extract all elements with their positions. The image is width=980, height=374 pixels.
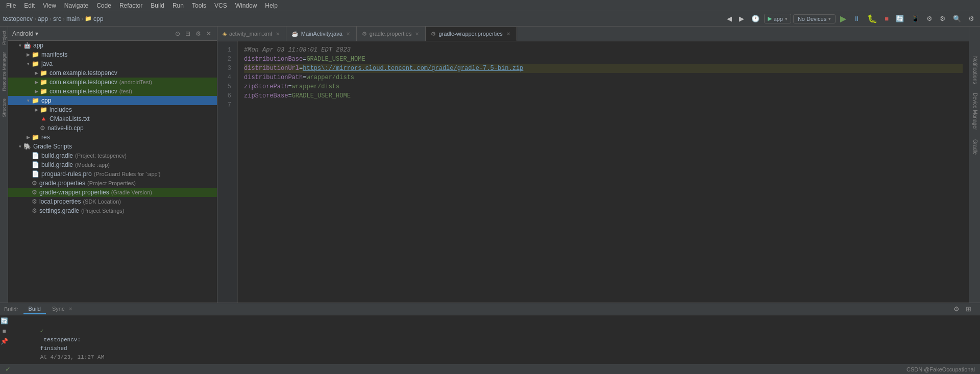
gear-btn[interactable]: ⚙	[966, 14, 977, 23]
right-tab-device-manager[interactable]: Device Manager	[970, 89, 979, 134]
settings-btn[interactable]: ⚙	[937, 14, 948, 23]
menu-tools[interactable]: Tools	[188, 1, 210, 10]
android-dropdown[interactable]: Android ▾	[12, 30, 38, 37]
breadcrumb-module[interactable]: app	[38, 15, 48, 22]
menu-refactor[interactable]: Refactor	[115, 1, 146, 10]
tree-settings-btn[interactable]: ⚙	[194, 30, 203, 38]
devices-dropdown[interactable]: No Devices ▾	[793, 14, 836, 23]
tab-mainactivity[interactable]: ☕ MainActivity.java ✕	[286, 27, 357, 41]
menu-edit[interactable]: Edit	[20, 1, 39, 10]
tree-collapse-btn[interactable]: ⊟	[184, 30, 192, 38]
breadcrumb-cpp[interactable]: cpp	[93, 15, 103, 22]
main-content: Project Resource Manager Structure Andro…	[0, 27, 980, 303]
tree-item-settings-gradle[interactable]: ▶ ⚙ settings.gradle (Project Settings)	[8, 206, 217, 215]
cpp-icon: ⚙	[40, 124, 45, 132]
breadcrumb-src[interactable]: src	[53, 15, 61, 22]
menu-build[interactable]: Build	[146, 1, 168, 10]
tree-item-package-androidtest[interactable]: ▶ 📁 com.example.testopencv (androidTest)	[8, 78, 217, 87]
right-tab-gradle[interactable]: Gradle	[970, 135, 979, 159]
gradle-sync-btn[interactable]: 🔄	[893, 14, 906, 23]
tab-close-activity-main[interactable]: ✕	[275, 31, 281, 37]
tree-item-java[interactable]: ▾ 📁 java	[8, 59, 217, 68]
tree-label-includes: includes	[50, 106, 72, 113]
tab-close-mainactivity[interactable]: ✕	[345, 31, 351, 37]
tree-item-manifests[interactable]: ▶ 📁 manifests	[8, 50, 217, 59]
profile-btn[interactable]: ⏸	[851, 14, 863, 23]
stop-build-btn[interactable]: ■	[2, 328, 6, 335]
tree-item-proguard[interactable]: ▶ 📄 proguard-rules.pro (ProGuard Rules f…	[8, 169, 217, 179]
status-ok-icon: ✓	[5, 365, 11, 373]
tab-activity-main[interactable]: ◈ activity_main.xml ✕	[217, 27, 286, 41]
menu-run[interactable]: Run	[168, 1, 188, 10]
menu-navigate[interactable]: Navigate	[60, 1, 92, 10]
props-icon-2: ⚙	[431, 31, 436, 37]
menu-vcs[interactable]: VCS	[210, 1, 231, 10]
tab-close-gradle-wrapper-properties[interactable]: ✕	[505, 31, 511, 37]
run-button[interactable]: ▶	[838, 13, 849, 24]
editor-content[interactable]: 1 2 3 4 5 6 7 #Mon Apr 03 11:08:01 EDT 2…	[217, 41, 969, 303]
tree-label-pkg-androidtest: com.example.testopencv	[50, 79, 117, 86]
bottom-tab-build[interactable]: Build	[23, 304, 46, 314]
tab-label-mainactivity: MainActivity.java	[301, 31, 342, 37]
search-everywhere-btn[interactable]: 🔍	[950, 14, 964, 23]
recent-files-btn[interactable]: 🕐	[749, 14, 762, 23]
menu-code[interactable]: Code	[92, 1, 115, 10]
tree-close-btn[interactable]: ✕	[205, 30, 213, 38]
menu-window[interactable]: Window	[231, 1, 261, 10]
bottom-settings-btn[interactable]: ⚙	[952, 305, 961, 313]
tree-item-package-test[interactable]: ▶ 📁 com.example.testopencv (test)	[8, 87, 217, 96]
code-line-7	[244, 101, 963, 110]
tree-item-cmakelists[interactable]: ▶ 🔺 CMakeLists.txt	[8, 114, 217, 123]
breadcrumb-project[interactable]: testopencv	[3, 15, 33, 22]
avd-btn[interactable]: 📱	[909, 14, 922, 23]
structure-tab[interactable]: Structure	[1, 96, 8, 119]
right-tab-notifications[interactable]: Notifications	[970, 52, 979, 88]
rebuild-btn[interactable]: 🔄	[1, 317, 8, 325]
check-icon: ✓	[40, 328, 44, 334]
resource-manager-tab[interactable]: Resource Manager	[1, 50, 8, 93]
project-tab[interactable]: Project	[1, 29, 8, 47]
tab-gradle-wrapper-properties[interactable]: ⚙ gradle-wrapper.properties ✕	[426, 27, 517, 41]
tab-gradle-properties[interactable]: ⚙ gradle.properties ✕	[357, 27, 426, 41]
tree-item-gradle-properties[interactable]: ▶ ⚙ gradle.properties (Project Propertie…	[8, 179, 217, 188]
tree-item-build-gradle-app[interactable]: ▶ 📄 build.gradle (Module :app)	[8, 160, 217, 169]
run-config-label: app	[774, 16, 783, 22]
tree-label-native-lib: native-lib.cpp	[47, 124, 84, 132]
tab-close-gradle-properties[interactable]: ✕	[414, 31, 420, 37]
tree-item-includes[interactable]: ▶ 📁 includes	[8, 105, 217, 114]
bottom-expand-btn[interactable]: ⊞	[964, 305, 973, 313]
tree-label-test-secondary: (test)	[119, 88, 132, 94]
folder-icon-cpp: 📁	[32, 97, 39, 104]
debug-button[interactable]: 🐛	[865, 13, 880, 24]
tree-label-proguard: proguard-rules.pro	[41, 170, 92, 178]
sdk-btn[interactable]: ⚙	[924, 14, 935, 23]
back-btn[interactable]: ◀	[724, 14, 734, 23]
tree-arrow-gradle-scripts: ▾	[16, 144, 23, 149]
tree-label-gradle-properties-secondary: (Project Properties)	[87, 180, 136, 186]
tree-item-package-main[interactable]: ▶ 📁 com.example.testopencv	[8, 68, 217, 78]
run-config-dropdown[interactable]: ▶ app ▾	[764, 14, 791, 23]
code-area[interactable]: #Mon Apr 03 11:08:01 EDT 2023 distributi…	[238, 41, 969, 303]
bottom-tab-group: Build: Build Sync ✕	[4, 304, 78, 314]
pin-btn[interactable]: 📌	[1, 338, 8, 345]
menu-help[interactable]: Help	[261, 1, 282, 10]
gradle-project-icon: 📄	[32, 152, 39, 159]
tree-item-native-lib[interactable]: ▶ ⚙ native-lib.cpp	[8, 123, 217, 133]
bottom-tab-sync[interactable]: Sync ✕	[47, 304, 78, 314]
sync-close[interactable]: ✕	[68, 306, 72, 312]
tree-item-gradle-wrapper-properties[interactable]: ▶ ⚙ gradle-wrapper.properties (Gradle Ve…	[8, 188, 217, 197]
tree-item-local-properties[interactable]: ▶ ⚙ local.properties (SDK Location)	[8, 197, 217, 206]
tree-item-cpp[interactable]: ▾ 📁 cpp	[8, 96, 217, 105]
menu-view[interactable]: View	[39, 1, 60, 10]
tree-item-gradle-scripts[interactable]: ▾ 🐘 Gradle Scripts	[8, 142, 217, 151]
tree-item-app[interactable]: ▾ 🤖 app	[8, 41, 217, 50]
stop-btn[interactable]: ■	[882, 14, 891, 23]
tree-scope-btn[interactable]: ⊙	[174, 30, 182, 38]
watermark-text: CSDN @FakeOccupational	[906, 366, 975, 372]
forward-btn[interactable]: ▶	[737, 14, 747, 23]
tree-item-res[interactable]: ▶ 📁 res	[8, 133, 217, 142]
tree-item-build-gradle-project[interactable]: ▶ 📄 build.gradle (Project: testopencv)	[8, 151, 217, 160]
menu-file[interactable]: File	[2, 1, 20, 10]
tree-label-java: java	[41, 60, 53, 67]
breadcrumb-main[interactable]: main	[66, 15, 80, 22]
